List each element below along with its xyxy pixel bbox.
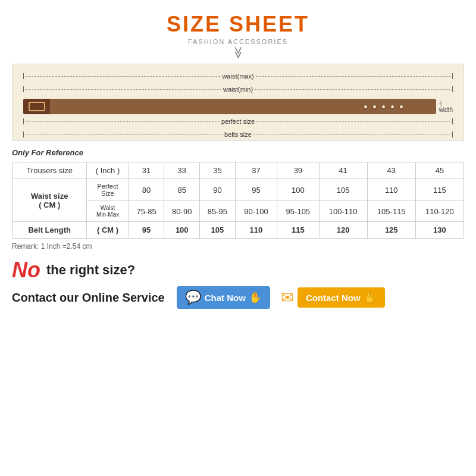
hole-5 <box>399 105 403 109</box>
no-text: No <box>12 258 40 283</box>
size-table: Trousers size ( Inch ) 31 33 35 37 39 41… <box>12 162 464 239</box>
chat-icon: 💬 <box>185 290 201 305</box>
belt-visual: ┤ width <box>23 99 453 114</box>
hand-icon-2: ✋ <box>364 291 377 304</box>
belt-diagram: waist(max) waist(min) <box>12 64 464 141</box>
reference-label: Only For Reference <box>12 148 464 157</box>
inch-header: ( Inch ) <box>87 162 129 179</box>
chat-now-label: Chat Now <box>205 293 246 303</box>
subtitle: FASHION ACCESSORIES <box>12 38 464 45</box>
contact-label: Contact our Online Service <box>12 291 165 305</box>
bl-31: 95 <box>129 222 164 239</box>
col-39: 39 <box>277 162 319 179</box>
mm-43: 105-115 <box>367 201 415 222</box>
waist-size-label: Waist size( CM ) <box>12 179 87 222</box>
waist-min-row: waist(min) <box>23 84 453 94</box>
belts-size-row: belts size <box>23 130 453 139</box>
hole-4 <box>390 105 394 109</box>
hole-3 <box>381 105 386 109</box>
chat-now-button[interactable]: 💬 Chat Now ✋ <box>177 286 270 309</box>
bl-35: 105 <box>200 222 236 239</box>
belt-length-cm: ( CM ) <box>87 222 129 239</box>
belt-length-label: Belt Length <box>12 222 87 239</box>
bl-39: 115 <box>277 222 319 239</box>
contact-row: Contact our Online Service 💬 Chat Now ✋ … <box>12 286 464 309</box>
bl-33: 100 <box>164 222 200 239</box>
chevron-icon: ≫ <box>232 46 244 59</box>
mm-37: 90-100 <box>235 201 277 222</box>
perfect-size-row: perfect size <box>23 117 453 126</box>
mm-35: 85-95 <box>200 201 236 222</box>
remark: Remark: 1 Inch =2.54 cm <box>12 242 464 250</box>
ps-37: 95 <box>235 179 277 201</box>
ps-31: 80 <box>129 179 164 201</box>
width-tick: ┤ <box>439 101 443 107</box>
bl-41: 120 <box>319 222 367 239</box>
question-text: the right size? <box>46 262 135 278</box>
contact-now-label: Contact Now <box>306 293 361 303</box>
ps-35: 90 <box>200 179 236 201</box>
hole-2 <box>372 105 377 109</box>
col-37: 37 <box>235 162 277 179</box>
width-label: width <box>439 107 453 113</box>
belt-length-row: Belt Length ( CM ) 95 100 105 110 115 12… <box>12 222 464 239</box>
belt-holes <box>364 105 403 109</box>
ps-43: 110 <box>367 179 415 201</box>
col-43: 43 <box>367 162 415 179</box>
bl-43: 125 <box>367 222 415 239</box>
mm-31: 75-85 <box>129 201 164 222</box>
mm-33: 80-90 <box>164 201 200 222</box>
mm-39: 95-105 <box>277 201 319 222</box>
col-45: 45 <box>415 162 464 179</box>
bl-37: 110 <box>235 222 277 239</box>
minmax-sub: WaistMin-Max <box>87 201 129 222</box>
ps-45: 115 <box>415 179 464 201</box>
title-section: SIZE SHEET FASHION ACCESSORIES ≫ <box>12 12 464 59</box>
mm-41: 100-110 <box>319 201 367 222</box>
ps-41: 105 <box>319 179 367 201</box>
ps-33: 85 <box>164 179 200 201</box>
col-33: 33 <box>164 162 200 179</box>
no-size-row: No the right size? <box>12 258 464 283</box>
perfect-size-sub: PerfectSize <box>87 179 129 201</box>
mm-45: 110-120 <box>415 201 464 222</box>
mail-icon: ✉ <box>281 289 294 307</box>
main-title: SIZE SHEET <box>12 12 464 37</box>
hand-icon: ✋ <box>249 291 262 304</box>
col-35: 35 <box>200 162 236 179</box>
ps-39: 100 <box>277 179 319 201</box>
col-31: 31 <box>129 162 164 179</box>
no-size-section: No the right size? Contact our Online Se… <box>12 258 464 309</box>
bl-45: 130 <box>415 222 464 239</box>
trousers-size-header: Trousers size <box>12 162 87 179</box>
hole-1 <box>364 105 368 109</box>
perfect-size-row: Waist size( CM ) PerfectSize 80 85 90 95… <box>12 179 464 201</box>
mail-icon-wrapper: ✉ <box>281 289 294 307</box>
table-header-row: Trousers size ( Inch ) 31 33 35 37 39 41… <box>12 162 464 179</box>
col-41: 41 <box>319 162 367 179</box>
waist-max-row: waist(max) <box>23 71 453 81</box>
contact-now-button[interactable]: Contact Now ✋ <box>298 287 385 308</box>
buckle <box>29 102 45 111</box>
